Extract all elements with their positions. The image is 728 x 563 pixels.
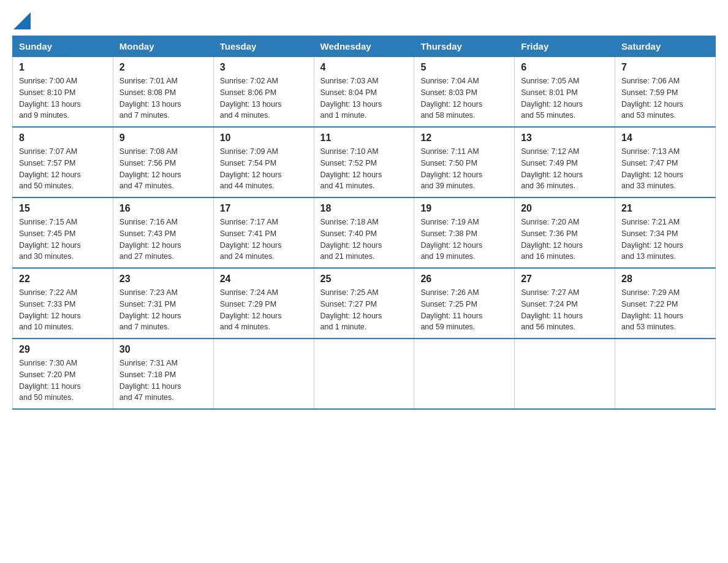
calendar-cell: 30 Sunrise: 7:31 AM Sunset: 7:18 PM Dayl… — [113, 339, 213, 409]
calendar-cell — [414, 339, 515, 409]
header-tuesday: Tuesday — [213, 36, 314, 57]
day-info: Sunrise: 7:31 AM Sunset: 7:18 PM Dayligh… — [119, 358, 207, 404]
day-info: Sunrise: 7:30 AM Sunset: 7:20 PM Dayligh… — [19, 358, 107, 404]
day-info: Sunrise: 7:20 AM Sunset: 7:36 PM Dayligh… — [521, 216, 609, 262]
day-info: Sunrise: 7:05 AM Sunset: 8:01 PM Dayligh… — [521, 75, 609, 121]
header-friday: Friday — [515, 36, 615, 57]
day-info: Sunrise: 7:13 AM Sunset: 7:47 PM Dayligh… — [621, 146, 709, 192]
day-number: 29 — [19, 344, 107, 355]
day-info: Sunrise: 7:07 AM Sunset: 7:57 PM Dayligh… — [19, 146, 107, 192]
calendar-cell: 11 Sunrise: 7:10 AM Sunset: 7:52 PM Dayl… — [314, 127, 414, 197]
day-number: 16 — [119, 203, 207, 214]
calendar-cell: 3 Sunrise: 7:02 AM Sunset: 8:06 PM Dayli… — [213, 57, 314, 128]
calendar-cell: 15 Sunrise: 7:15 AM Sunset: 7:45 PM Dayl… — [13, 197, 113, 268]
day-number: 13 — [521, 132, 609, 144]
day-number: 30 — [119, 344, 207, 355]
day-number: 10 — [220, 132, 308, 144]
day-info: Sunrise: 7:12 AM Sunset: 7:49 PM Dayligh… — [521, 146, 609, 192]
calendar-cell: 17 Sunrise: 7:17 AM Sunset: 7:41 PM Dayl… — [213, 197, 314, 268]
day-info: Sunrise: 7:06 AM Sunset: 7:59 PM Dayligh… — [621, 75, 709, 121]
day-number: 2 — [119, 62, 207, 73]
calendar-cell: 18 Sunrise: 7:18 AM Sunset: 7:40 PM Dayl… — [314, 197, 414, 268]
day-info: Sunrise: 7:01 AM Sunset: 8:08 PM Dayligh… — [119, 75, 207, 121]
calendar-cell: 6 Sunrise: 7:05 AM Sunset: 8:01 PM Dayli… — [515, 57, 615, 128]
calendar-cell: 21 Sunrise: 7:21 AM Sunset: 7:34 PM Dayl… — [615, 197, 716, 268]
day-info: Sunrise: 7:24 AM Sunset: 7:29 PM Dayligh… — [220, 287, 308, 333]
header-thursday: Thursday — [414, 36, 515, 57]
logo-triangle-icon — [13, 12, 31, 29]
calendar-cell: 20 Sunrise: 7:20 AM Sunset: 7:36 PM Dayl… — [515, 197, 615, 268]
calendar-cell: 26 Sunrise: 7:26 AM Sunset: 7:25 PM Dayl… — [414, 268, 515, 339]
week-row-3: 15 Sunrise: 7:15 AM Sunset: 7:45 PM Dayl… — [13, 197, 716, 268]
day-number: 8 — [19, 132, 107, 144]
day-info: Sunrise: 7:22 AM Sunset: 7:33 PM Dayligh… — [19, 287, 107, 333]
day-info: Sunrise: 7:10 AM Sunset: 7:52 PM Dayligh… — [320, 146, 408, 192]
calendar-cell: 16 Sunrise: 7:16 AM Sunset: 7:43 PM Dayl… — [113, 197, 213, 268]
calendar-cell: 28 Sunrise: 7:29 AM Sunset: 7:22 PM Dayl… — [615, 268, 716, 339]
calendar-table: SundayMondayTuesdayWednesdayThursdayFrid… — [12, 36, 716, 410]
calendar-cell: 27 Sunrise: 7:27 AM Sunset: 7:24 PM Dayl… — [515, 268, 615, 339]
day-info: Sunrise: 7:27 AM Sunset: 7:24 PM Dayligh… — [521, 287, 609, 333]
calendar-cell: 14 Sunrise: 7:13 AM Sunset: 7:47 PM Dayl… — [615, 127, 716, 197]
day-info: Sunrise: 7:00 AM Sunset: 8:10 PM Dayligh… — [19, 75, 107, 121]
day-info: Sunrise: 7:16 AM Sunset: 7:43 PM Dayligh… — [119, 216, 207, 262]
day-number: 21 — [621, 203, 709, 214]
day-info: Sunrise: 7:18 AM Sunset: 7:40 PM Dayligh… — [320, 216, 408, 262]
day-info: Sunrise: 7:03 AM Sunset: 8:04 PM Dayligh… — [320, 75, 408, 121]
calendar-cell: 4 Sunrise: 7:03 AM Sunset: 8:04 PM Dayli… — [314, 57, 414, 128]
calendar-cell — [213, 339, 314, 409]
calendar-cell — [615, 339, 716, 409]
calendar-cell: 10 Sunrise: 7:09 AM Sunset: 7:54 PM Dayl… — [213, 127, 314, 197]
calendar-cell: 7 Sunrise: 7:06 AM Sunset: 7:59 PM Dayli… — [615, 57, 716, 128]
day-number: 14 — [621, 132, 709, 144]
calendar-cell: 9 Sunrise: 7:08 AM Sunset: 7:56 PM Dayli… — [113, 127, 213, 197]
day-info: Sunrise: 7:17 AM Sunset: 7:41 PM Dayligh… — [220, 216, 308, 262]
day-info: Sunrise: 7:15 AM Sunset: 7:45 PM Dayligh… — [19, 216, 107, 262]
day-number: 17 — [220, 203, 308, 214]
calendar-cell: 25 Sunrise: 7:25 AM Sunset: 7:27 PM Dayl… — [314, 268, 414, 339]
day-info: Sunrise: 7:23 AM Sunset: 7:31 PM Dayligh… — [119, 287, 207, 333]
day-number: 12 — [420, 132, 508, 144]
header-saturday: Saturday — [615, 36, 716, 57]
day-number: 18 — [320, 203, 408, 214]
calendar-cell: 13 Sunrise: 7:12 AM Sunset: 7:49 PM Dayl… — [515, 127, 615, 197]
week-row-4: 22 Sunrise: 7:22 AM Sunset: 7:33 PM Dayl… — [13, 268, 716, 339]
calendar-cell: 24 Sunrise: 7:24 AM Sunset: 7:29 PM Dayl… — [213, 268, 314, 339]
day-number: 28 — [621, 274, 709, 285]
day-number: 5 — [420, 62, 508, 73]
day-number: 27 — [521, 274, 609, 285]
day-number: 11 — [320, 132, 408, 144]
day-info: Sunrise: 7:21 AM Sunset: 7:34 PM Dayligh… — [621, 216, 709, 262]
week-row-2: 8 Sunrise: 7:07 AM Sunset: 7:57 PM Dayli… — [13, 127, 716, 197]
calendar-cell — [515, 339, 615, 409]
day-number: 24 — [220, 274, 308, 285]
weekday-header-row: SundayMondayTuesdayWednesdayThursdayFrid… — [13, 36, 716, 57]
day-number: 1 — [19, 62, 107, 73]
day-info: Sunrise: 7:19 AM Sunset: 7:38 PM Dayligh… — [420, 216, 508, 262]
day-number: 9 — [119, 132, 207, 144]
day-number: 20 — [521, 203, 609, 214]
header-wednesday: Wednesday — [314, 36, 414, 57]
day-info: Sunrise: 7:04 AM Sunset: 8:03 PM Dayligh… — [420, 75, 508, 121]
calendar-cell — [314, 339, 414, 409]
logo — [12, 12, 31, 26]
page-header — [12, 12, 716, 26]
week-row-1: 1 Sunrise: 7:00 AM Sunset: 8:10 PM Dayli… — [13, 57, 716, 128]
day-number: 4 — [320, 62, 408, 73]
calendar-cell: 22 Sunrise: 7:22 AM Sunset: 7:33 PM Dayl… — [13, 268, 113, 339]
calendar-cell: 23 Sunrise: 7:23 AM Sunset: 7:31 PM Dayl… — [113, 268, 213, 339]
day-number: 26 — [420, 274, 508, 285]
calendar-cell: 29 Sunrise: 7:30 AM Sunset: 7:20 PM Dayl… — [13, 339, 113, 409]
day-number: 15 — [19, 203, 107, 214]
day-info: Sunrise: 7:26 AM Sunset: 7:25 PM Dayligh… — [420, 287, 508, 333]
day-number: 25 — [320, 274, 408, 285]
calendar-cell: 2 Sunrise: 7:01 AM Sunset: 8:08 PM Dayli… — [113, 57, 213, 128]
calendar-cell: 12 Sunrise: 7:11 AM Sunset: 7:50 PM Dayl… — [414, 127, 515, 197]
calendar-cell: 5 Sunrise: 7:04 AM Sunset: 8:03 PM Dayli… — [414, 57, 515, 128]
day-number: 3 — [220, 62, 308, 73]
day-number: 7 — [621, 62, 709, 73]
day-info: Sunrise: 7:02 AM Sunset: 8:06 PM Dayligh… — [220, 75, 308, 121]
day-info: Sunrise: 7:09 AM Sunset: 7:54 PM Dayligh… — [220, 146, 308, 192]
day-info: Sunrise: 7:25 AM Sunset: 7:27 PM Dayligh… — [320, 287, 408, 333]
calendar-cell: 8 Sunrise: 7:07 AM Sunset: 7:57 PM Dayli… — [13, 127, 113, 197]
